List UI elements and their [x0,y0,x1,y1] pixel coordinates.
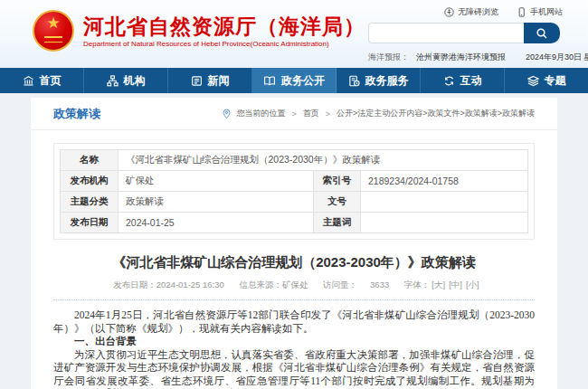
section-title: 政策解读 [53,106,100,122]
article-body: 2024年1月25日，河北省自然资源厅等12部门联合印发了《河北省非煤矿山综合治… [53,308,535,389]
search-button[interactable] [524,23,560,43]
breadcrumb-path[interactable]: 公开>法定主动公开内容>政策文件>政策解读>政策解读 [337,108,535,119]
forecast-link[interactable]: 沧州黄骅港海洋环境预报 [416,52,506,63]
info-source: 信息来源：矿保处 [239,280,308,289]
layers-icon [527,75,539,87]
site-title: 河北省自然资源厅（海洋局） [83,14,365,38]
visit-count-label: 访问量： [323,280,357,289]
current-date: 2024年9月30日 星期一 [526,52,588,63]
document-info-table: 名称 《河北省非煤矿山综合治理规划（2023-2030年）》政策解读 发布机构 … [53,143,535,240]
mobile-site-link[interactable]: 手机网站 [517,6,563,18]
field-value-doc-no [361,192,528,213]
article-meta: 发布日期：2024-01-25 16:30 信息来源：矿保处 访问量：3633 … [53,280,535,291]
nav-label: 政务服务 [365,73,409,89]
table-row: 主题分类 政策解读 文号 [61,192,528,213]
news-icon [191,75,203,87]
nav-item-interact[interactable]: 互动 [421,68,505,93]
nav-item-topics[interactable]: 专题 [505,68,588,93]
forecast-label: 海洋预报： [368,52,409,63]
field-value-keywords [361,213,528,233]
service-doc-icon [348,75,360,87]
article-paragraph: 2024年1月25日，河北省自然资源厅等12部门联合印发了《河北省非煤矿山综合治… [53,308,535,335]
main-nav: 首页 机构 新闻 政务公开 政务服务 互动 专题 [0,68,588,93]
nav-label: 政务公开 [281,73,325,89]
font-size-medium-button[interactable]: [中] [449,280,462,289]
nav-label: 新闻 [208,73,230,89]
field-value-index-no: 2189234/2024-01758 [361,171,528,192]
article-section-heading: 一、出台背景 [53,335,535,348]
nav-item-news[interactable]: 新闻 [168,68,252,93]
table-row: 名称 《河北省非煤矿山综合治理规划（2023-2030年）》政策解读 [61,150,528,171]
site-logo[interactable]: ★ 河北省自然资源厅（海洋局） Department of Natural Re… [33,10,365,52]
field-value-topic-category: 政策解读 [119,192,314,213]
article-paragraph: 为深入贯彻习近平生态文明思想，认真落实省委、省政府重大决策部署，加强非煤矿山综合… [53,348,535,389]
visit-count-value: 3633 [370,280,389,289]
font-size-small-button[interactable]: [小] [466,280,479,289]
site-search [368,23,560,43]
search-input[interactable] [368,23,524,43]
table-row: 发布日期 2024-01-25 主题词 [61,213,528,233]
field-label-topic-category: 主题分类 [61,192,119,213]
field-label-doc-no: 文号 [314,192,361,213]
nav-label: 互动 [460,73,482,89]
national-emblem-icon: ★ [33,10,74,52]
home-icon [23,75,34,87]
accessibility-link[interactable]: 无障碍浏览 [444,6,498,18]
breadcrumb: 您当前的位置 > 首页 > 公开>法定主动公开内容>政策文件>政策解读>政策解读 [222,108,535,119]
breadcrumb-home-link[interactable]: 首页 [303,108,319,119]
field-label-publish-date: 发布日期 [61,213,119,233]
interact-icon [443,75,455,87]
table-row: 发布机构 矿保处 索引号 2189234/2024-01758 [61,171,528,192]
field-value-issuing-org: 矿保处 [119,171,314,192]
org-icon [107,75,119,87]
field-label-keywords: 主题词 [314,213,361,233]
open-book-icon [263,75,276,87]
nav-item-gov-disclosure[interactable]: 政务公开 [252,68,337,93]
breadcrumb-location-label: 您当前的位置 [236,108,285,119]
breadcrumb-bar: 政策解读 您当前的位置 > 首页 > 公开>法定主动公开内容>政策文件>政策解读… [31,98,557,130]
meta-divider [53,299,535,300]
site-subtitle: Department of Natural Resources of Hebei… [83,40,365,48]
nav-item-org[interactable]: 机构 [84,68,168,93]
font-size-label: 字体： [404,280,431,289]
nav-label: 机构 [124,73,146,89]
wheelchair-icon [444,7,454,17]
article-title: 《河北省非煤矿山综合治理规划（2023-2030年）》政策解读 [53,254,535,271]
field-value-name: 《河北省非煤矿山综合治理规划（2023-2030年）》政策解读 [119,150,528,171]
search-icon [536,27,548,40]
publish-datetime: 发布日期：2024-01-25 16:30 [113,280,224,289]
field-label-index-no: 索引号 [314,171,361,192]
font-size-large-button[interactable]: [大] [432,280,445,289]
nav-label: 首页 [40,73,62,89]
site-header: ★ 河北省自然资源厅（海洋局） Department of Natural Re… [0,0,588,68]
nav-item-home[interactable]: 首页 [0,68,84,93]
nav-item-gov-services[interactable]: 政务服务 [337,68,421,93]
phone-icon [517,7,526,17]
field-label-issuing-org: 发布机构 [61,171,119,192]
content-card: 政策解读 您当前的位置 > 首页 > 公开>法定主动公开内容>政策文件>政策解读… [31,98,557,389]
field-value-publish-date: 2024-01-25 [119,213,314,233]
location-pin-icon [222,109,232,119]
nav-label: 专题 [545,73,566,89]
field-label-name: 名称 [61,150,119,171]
